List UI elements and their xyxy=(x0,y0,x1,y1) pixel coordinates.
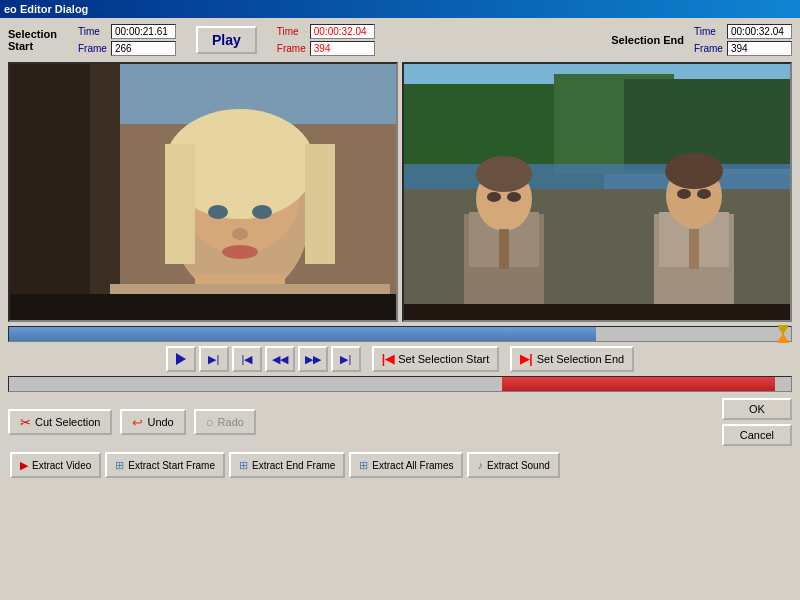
extract-start-frame-button[interactable]: ⊞ Extract Start Frame xyxy=(105,452,225,478)
scissors-icon: ✂ xyxy=(20,415,31,430)
extract-start-frame-label: Extract Start Frame xyxy=(128,460,215,471)
svg-point-34 xyxy=(677,189,691,199)
svg-rect-38 xyxy=(404,304,790,320)
set-start-icon: |◀ xyxy=(382,352,394,366)
ok-cancel-group: OK Cancel xyxy=(722,398,792,446)
selection-range-section xyxy=(8,376,792,392)
cut-selection-label: Cut Selection xyxy=(35,416,100,428)
cut-selection-button[interactable]: ✂ Cut Selection xyxy=(8,409,112,435)
transport-controls: ▶| |◀ ◀◀ ▶▶ ▶| |◀ Set Selection Start ▶|… xyxy=(4,346,796,372)
set-selection-start-label: Set Selection Start xyxy=(398,353,489,365)
extract-all-frames-button[interactable]: ⊞ Extract All Frames xyxy=(349,452,463,478)
selection-range-bar[interactable] xyxy=(8,376,792,392)
go-start-button[interactable]: |◀ xyxy=(232,346,262,372)
video-right-art xyxy=(404,64,790,320)
svg-point-12 xyxy=(232,228,248,240)
set-selection-start-button[interactable]: |◀ Set Selection Start xyxy=(372,346,499,372)
sel-end-time-value: 00:00:32.04 xyxy=(727,24,792,39)
cur-frame-label: Frame xyxy=(277,43,307,54)
go-end-button[interactable]: ▶| xyxy=(331,346,361,372)
top-controls: SelectionStart Time 00:00:21.61 Frame 26… xyxy=(4,22,796,58)
sel-end-frame-label: Frame xyxy=(694,43,724,54)
title-text: eo Editor Dialog xyxy=(4,3,88,15)
footer-buttons: ▶ Extract Video ⊞ Extract Start Frame ⊞ … xyxy=(8,450,792,480)
video-display-left xyxy=(10,64,396,320)
svg-point-10 xyxy=(208,205,228,219)
timeline-marker-bottom xyxy=(777,333,789,343)
main-container: SelectionStart Time 00:00:21.61 Frame 26… xyxy=(0,18,800,488)
svg-rect-37 xyxy=(689,229,699,269)
undo-icon: ↩ xyxy=(132,415,143,430)
svg-point-35 xyxy=(697,189,711,199)
selection-start-values: Time 00:00:21.61 Frame 266 xyxy=(78,24,176,56)
svg-point-13 xyxy=(222,245,258,259)
extract-all-frames-label: Extract All Frames xyxy=(372,460,453,471)
cur-frame-value: 394 xyxy=(310,41,375,56)
svg-rect-2 xyxy=(10,64,90,320)
sel-start-frame-value: 266 xyxy=(111,41,176,56)
extract-video-button[interactable]: ▶ Extract Video xyxy=(10,452,101,478)
sel-start-frame-label: Frame xyxy=(78,43,108,54)
extract-sound-label: Extract Sound xyxy=(487,460,550,471)
video-panel-right xyxy=(402,62,792,322)
step-forward-button[interactable]: ▶| xyxy=(199,346,229,372)
undo-button[interactable]: ↩ Undo xyxy=(120,409,185,435)
play-transport-button[interactable] xyxy=(166,346,196,372)
extract-start-icon: ⊞ xyxy=(115,459,124,472)
sel-end-frame-value: 394 xyxy=(727,41,792,56)
sel-end-time-label: Time xyxy=(694,26,724,37)
fast-forward-icon: ▶▶ xyxy=(305,353,321,366)
set-selection-end-button[interactable]: ▶| Set Selection End xyxy=(510,346,634,372)
video-panels xyxy=(8,62,792,322)
selection-range-fill xyxy=(502,377,776,391)
svg-rect-8 xyxy=(165,144,195,264)
play-button[interactable]: Play xyxy=(196,26,257,54)
fast-forward-button[interactable]: ▶▶ xyxy=(298,346,328,372)
footer-left-buttons: ▶ Extract Video ⊞ Extract Start Frame ⊞ … xyxy=(10,452,560,478)
extract-video-label: Extract Video xyxy=(32,460,91,471)
cancel-button[interactable]: Cancel xyxy=(722,424,792,446)
current-position-values: Time 00:00:32.04 Frame 394 xyxy=(277,24,375,56)
extract-end-icon: ⊞ xyxy=(239,459,248,472)
video-left-art xyxy=(10,64,396,320)
extract-end-frame-button[interactable]: ⊞ Extract End Frame xyxy=(229,452,345,478)
selection-end-label: Selection End xyxy=(611,34,684,46)
cur-time-label: Time xyxy=(277,26,307,37)
extract-sound-icon: ♪ xyxy=(477,459,483,471)
step-forward-icon: ▶| xyxy=(208,353,219,366)
svg-rect-36 xyxy=(499,229,509,269)
selection-start-group: SelectionStart xyxy=(8,28,68,52)
extract-sound-button[interactable]: ♪ Extract Sound xyxy=(467,452,559,478)
extract-video-icon: ▶ xyxy=(20,459,28,472)
rado-button[interactable]: ○ Rado xyxy=(194,409,256,435)
sel-start-time-value: 00:00:21.61 xyxy=(111,24,176,39)
go-start-icon: |◀ xyxy=(241,353,252,366)
video-display-right xyxy=(404,64,790,320)
svg-rect-3 xyxy=(90,64,120,320)
ok-button[interactable]: OK xyxy=(722,398,792,420)
svg-rect-17 xyxy=(10,294,396,320)
go-end-icon: ▶| xyxy=(340,353,351,366)
rado-label: Rado xyxy=(218,416,244,428)
rewind-button[interactable]: ◀◀ xyxy=(265,346,295,372)
radio-icon: ○ xyxy=(206,415,214,430)
svg-point-11 xyxy=(252,205,272,219)
svg-point-28 xyxy=(487,192,501,202)
svg-point-29 xyxy=(507,192,521,202)
video-panel-left xyxy=(8,62,398,322)
svg-rect-9 xyxy=(305,144,335,264)
main-timeline[interactable] xyxy=(8,326,792,342)
set-selection-end-label: Set Selection End xyxy=(537,353,624,365)
timeline-section xyxy=(8,326,792,342)
title-bar: eo Editor Dialog xyxy=(0,0,800,18)
selection-end-values: Time 00:00:32.04 Frame 394 xyxy=(694,24,792,56)
rewind-icon: ◀◀ xyxy=(272,353,288,366)
timeline-progress xyxy=(9,327,596,341)
sel-start-time-label: Time xyxy=(78,26,108,37)
svg-point-33 xyxy=(665,153,723,189)
svg-point-27 xyxy=(476,156,532,192)
selection-start-label: SelectionStart xyxy=(8,28,68,52)
extract-end-frame-label: Extract End Frame xyxy=(252,460,335,471)
undo-label: Undo xyxy=(147,416,173,428)
extract-all-icon: ⊞ xyxy=(359,459,368,472)
